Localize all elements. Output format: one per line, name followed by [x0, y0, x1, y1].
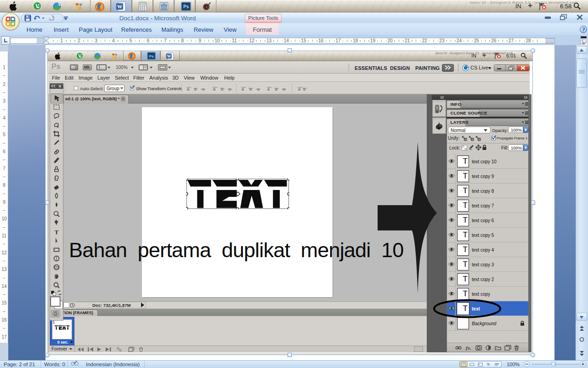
- svg-text:fx.: fx.: [466, 345, 471, 351]
- svg-text:W: W: [167, 54, 171, 58]
- svg-text:T: T: [54, 229, 58, 236]
- svg-text:Ps: Ps: [149, 54, 153, 58]
- svg-text:?: ?: [582, 27, 585, 32]
- svg-text:Ps: Ps: [183, 4, 189, 9]
- svg-text:W: W: [117, 4, 122, 9]
